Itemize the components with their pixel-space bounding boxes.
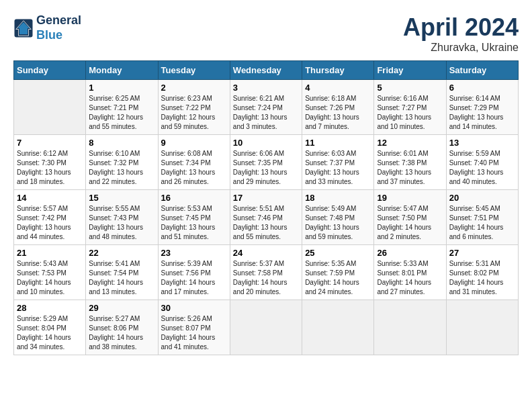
day-info: Sunrise: 6:18 AM Sunset: 7:26 PM Dayligh… [305,94,371,132]
day-info: Sunrise: 5:41 AM Sunset: 7:54 PM Dayligh… [89,259,154,297]
calendar-week-3: 14Sunrise: 5:57 AM Sunset: 7:42 PM Dayli… [14,190,519,245]
day-number: 1 [89,83,154,93]
day-number: 16 [161,193,227,203]
day-number: 14 [17,193,83,203]
weekday-header-monday: Monday [86,61,158,80]
day-info: Sunrise: 6:12 AM Sunset: 7:30 PM Dayligh… [17,149,83,187]
day-info: Sunrise: 6:01 AM Sunset: 7:38 PM Dayligh… [377,149,443,187]
weekday-header-tuesday: Tuesday [158,61,230,80]
calendar-cell: 2Sunrise: 6:23 AM Sunset: 7:22 PM Daylig… [158,80,230,135]
day-info: Sunrise: 5:39 AM Sunset: 7:56 PM Dayligh… [161,259,227,297]
day-number: 7 [17,138,83,148]
day-info: Sunrise: 5:27 AM Sunset: 8:06 PM Dayligh… [89,314,154,352]
day-number: 8 [89,138,154,148]
day-info: Sunrise: 5:51 AM Sunset: 7:46 PM Dayligh… [233,204,299,242]
calendar-cell: 11Sunrise: 6:03 AM Sunset: 7:37 PM Dayli… [302,135,374,190]
calendar-cell: 12Sunrise: 6:01 AM Sunset: 7:38 PM Dayli… [374,135,446,190]
calendar-cell [302,300,374,355]
day-info: Sunrise: 6:03 AM Sunset: 7:37 PM Dayligh… [305,149,371,187]
day-info: Sunrise: 6:08 AM Sunset: 7:34 PM Dayligh… [161,149,227,187]
day-info: Sunrise: 5:26 AM Sunset: 8:07 PM Dayligh… [161,314,227,352]
calendar-cell: 23Sunrise: 5:39 AM Sunset: 7:56 PM Dayli… [158,245,230,300]
calendar-cell: 24Sunrise: 5:37 AM Sunset: 7:58 PM Dayli… [230,245,302,300]
day-info: Sunrise: 6:10 AM Sunset: 7:32 PM Dayligh… [89,149,154,187]
logo-icon [13,18,34,38]
day-number: 27 [449,248,515,258]
weekday-header-row: SundayMondayTuesdayWednesdayThursdayFrid… [14,61,519,80]
calendar-cell [446,300,518,355]
day-number: 17 [233,193,299,203]
day-number: 30 [161,303,227,313]
calendar-cell: 8Sunrise: 6:10 AM Sunset: 7:32 PM Daylig… [86,135,158,190]
day-number: 23 [161,248,227,258]
day-number: 4 [305,83,371,93]
day-number: 5 [377,83,443,93]
day-info: Sunrise: 5:37 AM Sunset: 7:58 PM Dayligh… [233,259,299,297]
calendar-cell [230,300,302,355]
calendar-cell: 28Sunrise: 5:29 AM Sunset: 8:04 PM Dayli… [14,300,86,355]
calendar-cell: 25Sunrise: 5:35 AM Sunset: 7:59 PM Dayli… [302,245,374,300]
day-number: 19 [377,193,443,203]
logo-text: General Blue [36,13,81,42]
calendar-cell: 20Sunrise: 5:45 AM Sunset: 7:51 PM Dayli… [446,190,518,245]
calendar-cell: 10Sunrise: 6:06 AM Sunset: 7:35 PM Dayli… [230,135,302,190]
weekday-header-sunday: Sunday [14,61,86,80]
calendar-week-4: 21Sunrise: 5:43 AM Sunset: 7:53 PM Dayli… [14,245,519,300]
calendar-cell: 17Sunrise: 5:51 AM Sunset: 7:46 PM Dayli… [230,190,302,245]
weekday-header-thursday: Thursday [302,61,374,80]
day-number: 2 [161,83,227,93]
month-title: April 2024 [403,13,519,42]
day-number: 9 [161,138,227,148]
calendar-cell: 9Sunrise: 6:08 AM Sunset: 7:34 PM Daylig… [158,135,230,190]
day-number: 21 [17,248,83,258]
calendar-cell: 30Sunrise: 5:26 AM Sunset: 8:07 PM Dayli… [158,300,230,355]
page-header: General Blue April 2024 Zhuravka, Ukrain… [13,13,519,54]
calendar-cell: 3Sunrise: 6:21 AM Sunset: 7:24 PM Daylig… [230,80,302,135]
day-info: Sunrise: 5:47 AM Sunset: 7:50 PM Dayligh… [377,204,443,242]
day-info: Sunrise: 5:55 AM Sunset: 7:43 PM Dayligh… [89,204,154,242]
logo-line2: Blue [36,28,81,43]
day-info: Sunrise: 6:16 AM Sunset: 7:27 PM Dayligh… [377,94,443,132]
calendar-cell: 26Sunrise: 5:33 AM Sunset: 8:01 PM Dayli… [374,245,446,300]
calendar-table: SundayMondayTuesdayWednesdayThursdayFrid… [13,60,519,355]
day-number: 13 [449,138,515,148]
day-info: Sunrise: 5:59 AM Sunset: 7:40 PM Dayligh… [449,149,515,187]
day-number: 22 [89,248,154,258]
calendar-cell: 14Sunrise: 5:57 AM Sunset: 7:42 PM Dayli… [14,190,86,245]
day-info: Sunrise: 5:31 AM Sunset: 8:02 PM Dayligh… [449,259,515,297]
calendar-cell: 7Sunrise: 6:12 AM Sunset: 7:30 PM Daylig… [14,135,86,190]
calendar-cell: 15Sunrise: 5:55 AM Sunset: 7:43 PM Dayli… [86,190,158,245]
day-number: 29 [89,303,154,313]
calendar-cell: 16Sunrise: 5:53 AM Sunset: 7:45 PM Dayli… [158,190,230,245]
day-info: Sunrise: 5:35 AM Sunset: 7:59 PM Dayligh… [305,259,371,297]
day-number: 25 [305,248,371,258]
day-number: 20 [449,193,515,203]
day-info: Sunrise: 6:14 AM Sunset: 7:29 PM Dayligh… [449,94,515,132]
day-info: Sunrise: 5:45 AM Sunset: 7:51 PM Dayligh… [449,204,515,242]
day-info: Sunrise: 6:25 AM Sunset: 7:21 PM Dayligh… [89,94,154,132]
calendar-cell: 19Sunrise: 5:47 AM Sunset: 7:50 PM Dayli… [374,190,446,245]
day-number: 24 [233,248,299,258]
day-info: Sunrise: 6:23 AM Sunset: 7:22 PM Dayligh… [161,94,227,132]
calendar-cell: 13Sunrise: 5:59 AM Sunset: 7:40 PM Dayli… [446,135,518,190]
day-info: Sunrise: 5:49 AM Sunset: 7:48 PM Dayligh… [305,204,371,242]
location-subtitle: Zhuravka, Ukraine [403,42,519,54]
calendar-week-1: 1Sunrise: 6:25 AM Sunset: 7:21 PM Daylig… [14,80,519,135]
weekday-header-saturday: Saturday [446,61,518,80]
day-number: 15 [89,193,154,203]
calendar-cell: 27Sunrise: 5:31 AM Sunset: 8:02 PM Dayli… [446,245,518,300]
day-number: 11 [305,138,371,148]
day-number: 28 [17,303,83,313]
day-info: Sunrise: 5:29 AM Sunset: 8:04 PM Dayligh… [17,314,83,352]
day-info: Sunrise: 6:21 AM Sunset: 7:24 PM Dayligh… [233,94,299,132]
calendar-cell: 21Sunrise: 5:43 AM Sunset: 7:53 PM Dayli… [14,245,86,300]
day-info: Sunrise: 5:57 AM Sunset: 7:42 PM Dayligh… [17,204,83,242]
logo: General Blue [13,13,81,42]
calendar-cell: 5Sunrise: 6:16 AM Sunset: 7:27 PM Daylig… [374,80,446,135]
calendar-cell: 6Sunrise: 6:14 AM Sunset: 7:29 PM Daylig… [446,80,518,135]
calendar-cell [374,300,446,355]
day-info: Sunrise: 6:06 AM Sunset: 7:35 PM Dayligh… [233,149,299,187]
weekday-header-friday: Friday [374,61,446,80]
calendar-week-5: 28Sunrise: 5:29 AM Sunset: 8:04 PM Dayli… [14,300,519,355]
calendar-cell: 22Sunrise: 5:41 AM Sunset: 7:54 PM Dayli… [86,245,158,300]
